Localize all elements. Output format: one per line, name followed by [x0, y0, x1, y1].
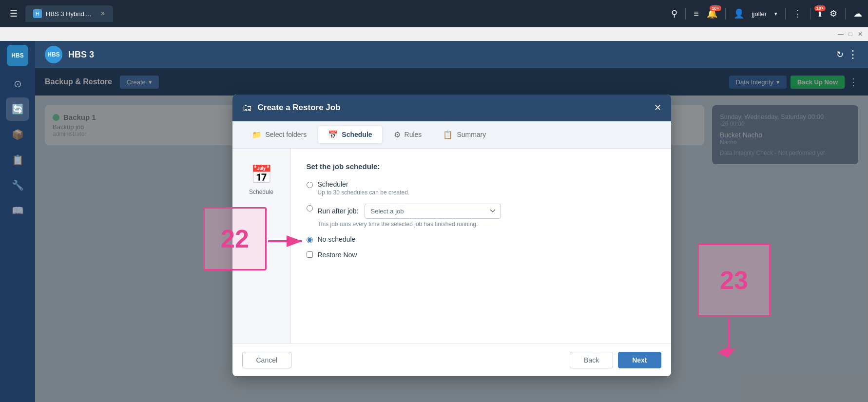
annotation-box-23: 23	[697, 244, 771, 317]
divider1	[685, 8, 686, 19]
sidebar-item-backup[interactable]: 🔄	[6, 97, 29, 121]
info-badge: 10+	[814, 5, 826, 11]
job-select-dropdown[interactable]: Select a job	[365, 204, 501, 219]
browser-tab-title: HBS 3 Hybrid ...	[46, 10, 91, 18]
modal-overlay: 🗂 Create a Restore Job ✕ 📁 Select folder…	[35, 68, 868, 402]
no-schedule-label: No schedule	[318, 235, 656, 243]
info-icon[interactable]: ℹ 10+	[818, 8, 822, 19]
user-icon[interactable]: 👤	[733, 8, 744, 19]
rules-label: Rules	[405, 131, 422, 138]
sidebar: HBS ⊙ 🔄 📦 📋 🔧 📖	[0, 41, 35, 402]
notification-badge: 10+	[710, 5, 721, 11]
modal-body: 📅 Schedule Set the job schedule: Schedul…	[232, 149, 671, 344]
app-logo: HBS	[7, 45, 28, 66]
wizard-step-summary[interactable]: 📋 Summary	[433, 126, 496, 143]
content-area: Backup & Restore Create ▾ Data Integrity…	[35, 68, 868, 402]
scheduler-radio-sublabel: Up to 30 schedules can be created.	[318, 189, 656, 196]
window-minimize-button[interactable]: —	[837, 30, 845, 38]
modal-header: 🗂 Create a Restore Job ✕	[232, 95, 671, 121]
annotation-number-22: 22	[221, 226, 249, 251]
browser-tab-icon: H	[33, 9, 42, 18]
app-logo-circle: HBS	[45, 46, 62, 63]
summary-label: Summary	[457, 131, 486, 138]
app-header: HBS HBS 3 ↻ ⋮	[35, 41, 868, 68]
divider3	[785, 8, 786, 19]
app-title: HBS 3	[68, 50, 94, 60]
modal-close-button[interactable]: ✕	[654, 102, 661, 113]
browser-menu-icon[interactable]: ☰	[6, 6, 21, 21]
notifications-icon[interactable]: 🔔 10+	[707, 8, 717, 19]
wizard-step-rules[interactable]: ⚙ Rules	[384, 126, 432, 143]
user-dropdown-arrow[interactable]: ▾	[774, 11, 777, 17]
sidebar-item-logs[interactable]: 📖	[6, 199, 29, 222]
user-name: jjoller	[752, 10, 767, 18]
main-content: HBS HBS 3 ↻ ⋮ Backup & Restore Create ▾ …	[35, 41, 868, 402]
svg-marker-4	[723, 348, 735, 356]
next-button[interactable]: Next	[618, 352, 661, 368]
no-schedule-radio-content: No schedule	[318, 235, 656, 243]
header-more-icon[interactable]: ⋮	[848, 48, 858, 61]
schedule-panel-icon: 📅	[251, 164, 272, 185]
modal-dialog: 🗂 Create a Restore Job ✕ 📁 Select folder…	[232, 95, 671, 376]
scheduler-radio-content: Scheduler Up to 30 schedules can be crea…	[318, 180, 656, 196]
run-after-radio-input[interactable]	[307, 205, 313, 211]
settings-icon[interactable]: ⚙	[829, 8, 837, 19]
select-folders-label: Select folders	[266, 131, 307, 138]
no-schedule-radio-input[interactable]	[307, 237, 313, 243]
modal-title: Create a Restore Job	[258, 103, 341, 113]
run-after-job-radio-option: Run after job: Select a job This job run…	[307, 204, 656, 228]
wizard-steps: 📁 Select folders 📅 Schedule ⚙ Rules	[232, 121, 671, 149]
browser-tab-close[interactable]: ✕	[100, 10, 105, 17]
modal-footer: Cancel Back Next	[232, 344, 671, 376]
modal-header-icon: 🗂	[242, 102, 252, 114]
rules-icon: ⚙	[394, 130, 401, 139]
scheduler-radio-label: Scheduler	[318, 180, 656, 188]
header-refresh-icon[interactable]: ↻	[836, 49, 844, 60]
divider5	[845, 8, 846, 19]
cancel-button[interactable]: Cancel	[242, 352, 292, 368]
set-schedule-title: Set the job schedule:	[307, 162, 656, 171]
more-options-icon[interactable]: ⋮	[793, 8, 802, 19]
schedule-label: Schedule	[342, 131, 372, 138]
annotation-arrow-23	[712, 318, 746, 357]
job-select-row: Run after job: Select a job	[318, 204, 656, 219]
divider2	[725, 8, 726, 19]
summary-icon: 📋	[443, 130, 453, 139]
divider4	[810, 8, 810, 19]
sidebar-item-tasks[interactable]: 📋	[6, 148, 29, 172]
restore-now-option: Restore Now	[307, 251, 656, 259]
scheduler-radio-option: Scheduler Up to 30 schedules can be crea…	[307, 180, 656, 196]
restore-now-checkbox[interactable]	[307, 251, 313, 258]
run-after-radio-content: Run after job: Select a job This job run…	[318, 204, 656, 228]
no-schedule-radio-option: No schedule	[307, 235, 656, 243]
app-area: HBS ⊙ 🔄 📦 📋 🔧 📖 HBS HBS 3 ↻ ⋮ Backup & R…	[0, 41, 868, 402]
sidebar-item-tools[interactable]: 🔧	[6, 173, 29, 197]
restore-now-label: Restore Now	[318, 251, 357, 259]
history-icon[interactable]: ≡	[694, 9, 699, 19]
browser-icons: ⚲ ≡ 🔔 10+ 👤 jjoller ▾ ⋮ ℹ 10+ ⚙ ☁	[671, 8, 862, 19]
cloud-icon[interactable]: ☁	[853, 8, 862, 19]
search-icon[interactable]: ⚲	[671, 8, 677, 19]
footer-right-buttons: Back Next	[570, 352, 661, 368]
schedule-panel-label: Schedule	[249, 189, 273, 195]
wizard-step-schedule[interactable]: 📅 Schedule	[318, 126, 382, 143]
window-maximize-button[interactable]: □	[847, 30, 854, 38]
annotation-box-22: 22	[203, 207, 267, 270]
select-folders-icon: 📁	[252, 130, 262, 139]
schedule-icon: 📅	[328, 130, 338, 139]
wizard-step-select-folders[interactable]: 📁 Select folders	[242, 126, 317, 143]
sidebar-item-dashboard[interactable]: ⊙	[6, 72, 29, 96]
back-button[interactable]: Back	[570, 352, 613, 368]
window-controls: — □ ✕	[0, 27, 868, 41]
annotation-number-23: 23	[720, 268, 748, 293]
sidebar-item-sync[interactable]: 📦	[6, 123, 29, 146]
run-after-label: Run after job:	[318, 207, 359, 215]
window-close-button[interactable]: ✕	[856, 30, 864, 38]
header-right: ↻ ⋮	[836, 48, 858, 61]
run-after-sublabel: This job runs every time the selected jo…	[318, 221, 656, 228]
modal-right-panel: Set the job schedule: Scheduler Up to 30…	[291, 149, 671, 344]
scheduler-radio-input[interactable]	[307, 182, 313, 188]
browser-bar: ☰ H HBS 3 Hybrid ... ✕ ⚲ ≡ 🔔 10+ 👤 jjoll…	[0, 0, 868, 27]
browser-tab[interactable]: H HBS 3 Hybrid ... ✕	[25, 5, 113, 22]
